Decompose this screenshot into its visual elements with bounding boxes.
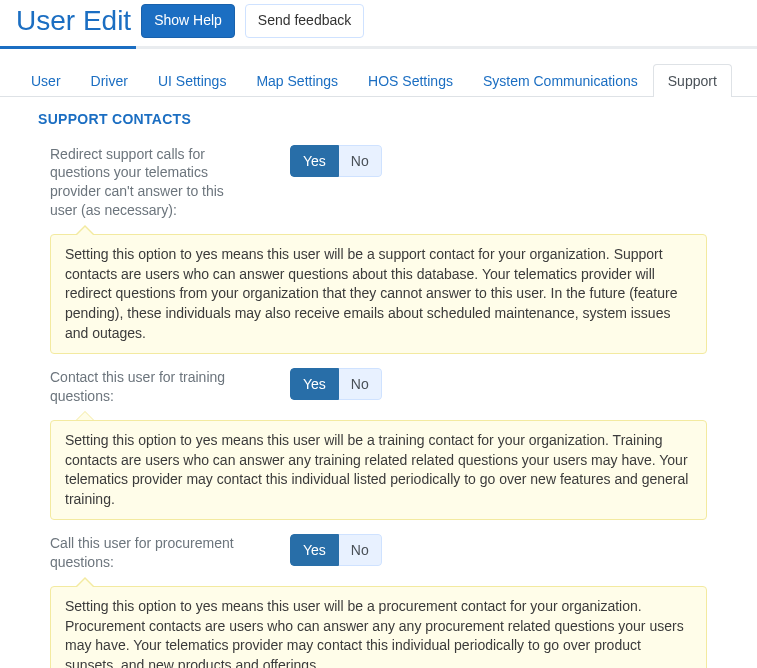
tab-driver[interactable]: Driver xyxy=(76,64,143,97)
option-row: Contact this user for training questions… xyxy=(50,360,707,406)
toggle-no-button[interactable]: No xyxy=(339,368,382,400)
toggle-training-contact: YesNo xyxy=(290,368,382,400)
toggle-yes-button[interactable]: Yes xyxy=(290,368,339,400)
page-title: User Edit xyxy=(16,4,131,38)
toggle-yes-button[interactable]: Yes xyxy=(290,145,339,177)
tab-bar: UserDriverUI SettingsMap SettingsHOS Set… xyxy=(0,49,757,97)
option-row: Call this user for procurement questions… xyxy=(50,526,707,572)
progress-strip xyxy=(0,46,757,49)
tab-system-communications[interactable]: System Communications xyxy=(468,64,653,97)
toggle-procurement-contact: YesNo xyxy=(290,534,382,566)
toggle-no-button[interactable]: No xyxy=(339,145,382,177)
option-procurement-contact: Call this user for procurement questions… xyxy=(0,520,757,668)
option-row: Redirect support calls for questions you… xyxy=(50,137,707,221)
tab-hos-settings[interactable]: HOS Settings xyxy=(353,64,468,97)
toggle-redirect-support-calls: YesNo xyxy=(290,145,382,177)
tab-map-settings[interactable]: Map Settings xyxy=(241,64,353,97)
toggle-no-button[interactable]: No xyxy=(339,534,382,566)
tab-user[interactable]: User xyxy=(16,64,76,97)
option-redirect-support-calls: Redirect support calls for questions you… xyxy=(0,131,757,355)
section-title: SUPPORT CONTACTS xyxy=(0,97,757,131)
help-callout: Setting this option to yes means this us… xyxy=(50,234,707,354)
progress-fill xyxy=(0,46,136,49)
show-help-button[interactable]: Show Help xyxy=(141,4,235,38)
help-callout: Setting this option to yes means this us… xyxy=(50,586,707,668)
toggle-yes-button[interactable]: Yes xyxy=(290,534,339,566)
tab-ui-settings[interactable]: UI Settings xyxy=(143,64,241,97)
option-label: Redirect support calls for questions you… xyxy=(50,145,250,221)
option-label: Contact this user for training questions… xyxy=(50,368,250,406)
option-training-contact: Contact this user for training questions… xyxy=(0,354,757,520)
option-label: Call this user for procurement questions… xyxy=(50,534,250,572)
tab-support[interactable]: Support xyxy=(653,64,732,97)
help-callout: Setting this option to yes means this us… xyxy=(50,420,707,520)
page-header: User Edit Show Help Send feedback xyxy=(0,0,757,46)
send-feedback-button[interactable]: Send feedback xyxy=(245,4,364,38)
